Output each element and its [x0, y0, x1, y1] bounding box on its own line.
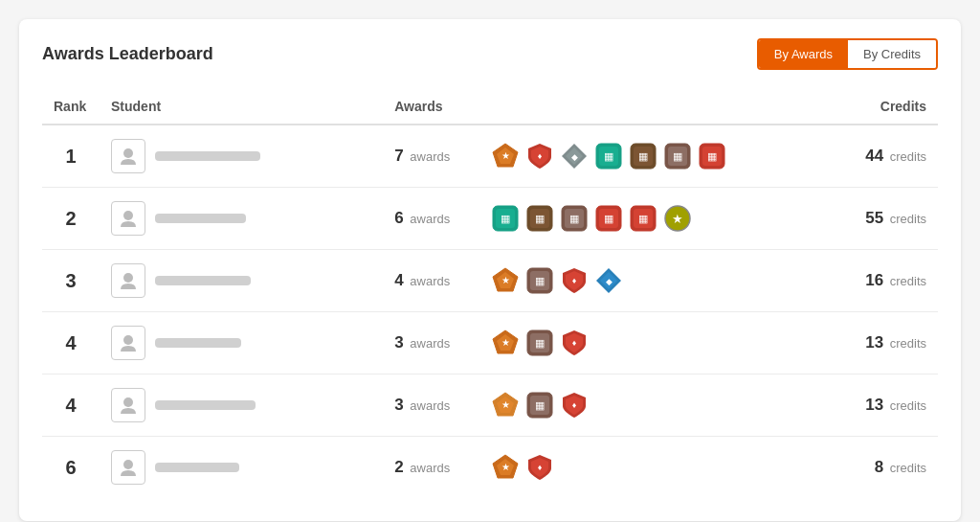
table-row: 4 3 awards ★ ▦ ♦ 13 credits: [42, 374, 938, 437]
table-header-row: Rank Student Awards Credits: [42, 89, 938, 125]
badge-icon-0: ★: [490, 452, 521, 483]
svg-point-49: [123, 335, 133, 345]
credits-label: credits: [886, 274, 926, 288]
awards-count-cell: 3 awards: [383, 374, 479, 437]
student-column-header: Student: [100, 89, 383, 125]
svg-text:★: ★: [501, 150, 510, 161]
awards-number: 7: [394, 147, 403, 165]
awards-label: awards: [407, 336, 451, 351]
awards-count-cell: 4 awards: [383, 250, 479, 312]
svg-point-38: [123, 273, 133, 283]
rank-cell: 1: [42, 125, 100, 188]
awards-icons-cell: ★ ♦ ◆ ▦ ▦ ▦ ▦: [479, 125, 823, 188]
badge-icon-5: ★: [662, 203, 693, 234]
awards-column-header: Awards: [383, 89, 479, 125]
svg-text:▦: ▦: [535, 213, 545, 224]
badge-icon-0: ★: [490, 265, 521, 296]
awards-number: 6: [394, 209, 403, 227]
page-title: Awards Leaderboard: [42, 44, 213, 64]
credits-label: credits: [886, 461, 926, 475]
svg-point-20: [123, 211, 133, 220]
svg-text:▦: ▦: [673, 150, 682, 162]
credits-cell: 55 credits: [823, 188, 938, 250]
svg-point-0: [123, 148, 133, 158]
by-awards-button[interactable]: By Awards: [759, 40, 848, 68]
student-name-bar: [155, 276, 251, 285]
badge-icon-1: ▦: [524, 203, 555, 234]
svg-text:★: ★: [501, 462, 510, 472]
svg-text:▦: ▦: [535, 399, 545, 411]
svg-point-65: [123, 460, 133, 469]
awards-icons-cell: ★ ▦ ♦ ◆: [479, 250, 823, 312]
svg-text:◆: ◆: [606, 277, 612, 286]
badge-icon-2: ♦: [559, 328, 590, 358]
student-cell: [100, 312, 383, 374]
badge-icon-2: ♦: [559, 265, 590, 296]
student-cell: [100, 374, 383, 437]
awards-icons-cell: ★ ▦ ♦: [479, 312, 823, 374]
header: Awards Leaderboard By Awards By Credits: [42, 38, 938, 70]
credits-label: credits: [886, 212, 926, 226]
badge-icon-1: ♦: [524, 141, 555, 171]
badge-icon-1: ▦: [524, 328, 555, 358]
svg-text:★: ★: [672, 212, 683, 226]
awards-number: 4: [394, 271, 403, 289]
svg-text:▦: ▦: [501, 213, 510, 224]
svg-text:▦: ▦: [707, 150, 717, 162]
svg-text:▦: ▦: [638, 213, 648, 224]
credits-cell: 8 credits: [823, 437, 938, 499]
svg-text:♦: ♦: [572, 400, 577, 410]
credits-label: credits: [886, 398, 926, 413]
credits-cell: 16 credits: [823, 250, 938, 312]
svg-text:▦: ▦: [604, 213, 613, 224]
awards-number: 2: [394, 458, 403, 476]
avatar: [111, 326, 145, 360]
credits-label: credits: [886, 149, 926, 164]
svg-text:♦: ♦: [538, 151, 543, 161]
badge-icon-3: ◆: [593, 265, 624, 296]
svg-text:★: ★: [501, 337, 510, 348]
avatar: [111, 201, 145, 236]
rank-cell: 3: [42, 250, 100, 312]
rank-cell: 6: [42, 437, 100, 499]
student-cell: [100, 125, 383, 188]
table-row: 1 7 awards ★ ♦ ◆ ▦ ▦ ▦: [42, 125, 938, 188]
avatar: [111, 388, 145, 422]
badge-icon-0: ★: [490, 390, 521, 420]
credits-number: 44: [865, 147, 883, 165]
awards-count-cell: 7 awards: [383, 125, 479, 188]
table-row: 6 2 awards ★ ♦ 8 credits: [42, 437, 938, 499]
rank-column-header: Rank: [42, 89, 100, 125]
svg-text:◆: ◆: [571, 152, 578, 162]
student-cell: [100, 188, 383, 250]
student-name-bar: [155, 463, 239, 472]
awards-number: 3: [394, 396, 403, 414]
avatar: [111, 139, 145, 173]
svg-text:★: ★: [501, 275, 510, 285]
by-credits-button[interactable]: By Credits: [848, 40, 936, 68]
badge-icon-3: ▦: [593, 141, 624, 171]
rank-cell: 4: [42, 374, 100, 437]
leaderboard-container: Awards Leaderboard By Awards By Credits …: [19, 19, 961, 521]
badge-icon-0: ★: [490, 328, 521, 358]
badge-icon-3: ▦: [593, 203, 624, 234]
awards-label: awards: [407, 149, 451, 164]
svg-text:▦: ▦: [535, 275, 545, 286]
credits-number: 13: [865, 333, 883, 352]
svg-text:♦: ♦: [538, 463, 543, 472]
svg-text:▦: ▦: [638, 150, 648, 162]
awards-count-cell: 6 awards: [383, 188, 479, 250]
awards-icons-cell: ★ ♦: [479, 437, 823, 499]
awards-icons-cell: ★ ▦ ♦: [479, 374, 823, 437]
awards-label: awards: [407, 212, 451, 226]
awards-label: awards: [407, 461, 451, 475]
avatar: [111, 263, 145, 298]
awards-label: awards: [407, 274, 451, 288]
badge-icon-6: ▦: [697, 141, 727, 171]
student-cell: [100, 437, 383, 499]
badge-icon-0: ★: [490, 141, 521, 171]
badge-icon-2: ◆: [559, 141, 590, 171]
awards-count-cell: 2 awards: [383, 437, 479, 499]
credits-cell: 44 credits: [823, 125, 938, 188]
table-row: 3 4 awards ★ ▦ ♦ ◆ 16 credits: [42, 250, 938, 312]
